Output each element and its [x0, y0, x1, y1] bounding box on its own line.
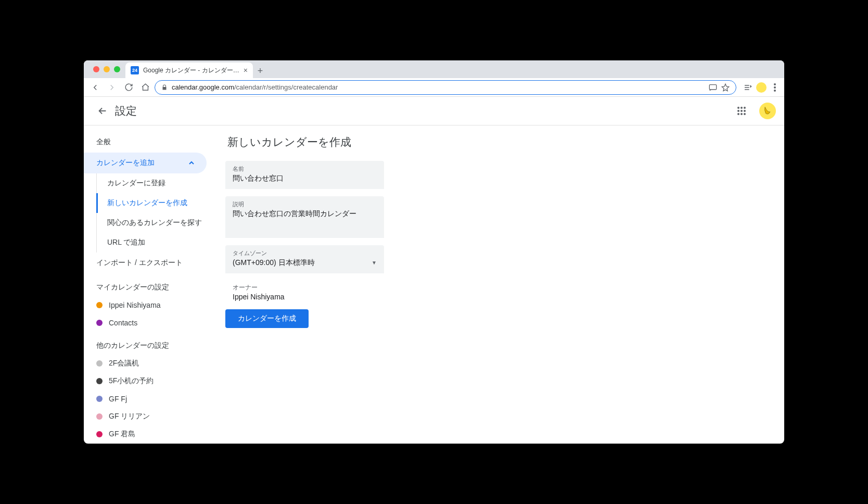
form-heading: 新しいカレンダーを作成	[225, 135, 569, 149]
apps-grid-icon[interactable]	[731, 100, 752, 121]
timezone-select[interactable]: タイムゾーン (GMT+09:00) 日本標準時 ▼	[225, 245, 384, 273]
browser-tab[interactable]: 24 Google カレンダー - カレンダー… ×	[125, 62, 253, 78]
calendar-color-dot	[96, 396, 103, 402]
svg-rect-0	[709, 84, 716, 89]
page-title: 設定	[115, 104, 137, 118]
calendar-item[interactable]: GF リリアン	[84, 408, 217, 425]
tab-title: Google カレンダー - カレンダー…	[143, 66, 239, 75]
extension-area	[738, 82, 780, 93]
close-window-button[interactable]	[93, 66, 99, 72]
calendar-item-label: GF リリアン	[109, 412, 150, 421]
svg-point-2	[774, 86, 776, 89]
calendar-color-dot	[96, 378, 103, 384]
chevron-up-icon	[189, 160, 194, 166]
browser-toolbar: calendar.google.com/calendar/r/settings/…	[84, 78, 784, 97]
settings-back-button[interactable]	[92, 100, 113, 121]
url-text: calendar.google.com/calendar/r/settings/…	[172, 83, 338, 91]
name-label: 名前	[233, 165, 377, 173]
create-calendar-button[interactable]: カレンダーを作成	[225, 309, 309, 328]
window-controls	[88, 60, 125, 78]
calendar-color-dot	[96, 320, 103, 326]
sidebar-item-general[interactable]: 全般	[84, 132, 207, 153]
calendar-color-dot	[96, 431, 103, 437]
calendar-item[interactable]: GF Fj	[84, 390, 217, 408]
minimize-window-button[interactable]	[104, 66, 110, 72]
svg-point-12	[744, 113, 746, 115]
calendar-item-label: 2F会議机	[109, 359, 139, 368]
my-calendars-header: マイカレンダーの設定	[84, 273, 217, 296]
svg-point-11	[741, 113, 743, 115]
sidebar-item-subscribe[interactable]: カレンダーに登録	[97, 173, 217, 193]
calendar-item[interactable]: 5F小机の予約	[84, 372, 217, 390]
settings-sidebar: 全般 カレンダーを追加 カレンダーに登録 新しいカレンダーを作成 関心のあるカレ…	[84, 125, 217, 444]
app-header: 設定	[84, 97, 784, 125]
calendar-item-label: Ippei Nishiyama	[109, 301, 161, 309]
name-field[interactable]: 名前 問い合わせ窓口	[225, 161, 384, 189]
main-content: 新しいカレンダーを作成 名前 問い合わせ窓口 説明 問い合わせ窓口の営業時間カレ…	[217, 125, 784, 444]
home-button[interactable]	[138, 80, 152, 95]
browser-tab-bar: 24 Google カレンダー - カレンダー… × +	[84, 60, 784, 78]
other-calendars-header: 他のカレンダーの設定	[84, 332, 217, 355]
extension-icon[interactable]	[743, 82, 753, 93]
chevron-down-icon: ▼	[372, 260, 377, 268]
svg-point-4	[737, 107, 739, 109]
calendar-color-dot	[96, 360, 103, 367]
sidebar-item-label: カレンダーを追加	[96, 158, 155, 168]
back-button[interactable]	[88, 80, 103, 95]
address-bar[interactable]: calendar.google.com/calendar/r/settings/…	[155, 80, 736, 95]
svg-point-6	[744, 107, 746, 109]
description-label: 説明	[233, 200, 377, 208]
sidebar-item-create-calendar[interactable]: 新しいカレンダーを作成	[96, 193, 217, 213]
svg-point-5	[741, 107, 743, 109]
svg-point-1	[774, 83, 776, 85]
calendar-item[interactable]: GF 君島	[84, 425, 217, 443]
calendar-item[interactable]: Contacts	[84, 314, 217, 332]
cast-icon[interactable]	[709, 84, 717, 91]
calendar-item[interactable]: 2F会議机	[84, 355, 217, 372]
calendar-item-label: 5F小机の予約	[109, 376, 154, 386]
sidebar-item-add-calendar[interactable]: カレンダーを追加	[84, 153, 207, 173]
maximize-window-button[interactable]	[114, 66, 120, 72]
forward-button[interactable]	[105, 80, 119, 95]
tab-favicon: 24	[131, 66, 139, 74]
calendar-item[interactable]: Ippei Nishiyama	[84, 296, 217, 314]
svg-point-8	[741, 110, 743, 112]
timezone-label: タイムゾーン	[233, 249, 315, 257]
description-field[interactable]: 説明 問い合わせ窓口の営業時間カレンダー	[225, 196, 384, 238]
owner-label: オーナー	[233, 284, 567, 292]
description-value: 問い合わせ窓口の営業時間カレンダー	[233, 209, 377, 219]
reload-button[interactable]	[121, 80, 136, 95]
calendar-color-dot	[96, 302, 103, 308]
calendar-item-label: GF 君島	[109, 430, 135, 439]
owner-field: オーナー Ippei Nishiyama	[225, 281, 569, 309]
sidebar-item-browse[interactable]: 関心のあるカレンダーを探す	[97, 213, 217, 233]
new-tab-button[interactable]: +	[253, 64, 267, 78]
calendar-item-label: Contacts	[109, 319, 137, 327]
browser-menu-icon[interactable]	[770, 82, 780, 93]
svg-point-7	[737, 110, 739, 112]
add-calendar-submenu: カレンダーに登録 新しいカレンダーを作成 関心のあるカレンダーを探す URL で…	[96, 173, 217, 253]
svg-point-9	[744, 110, 746, 112]
svg-point-3	[774, 90, 776, 92]
name-value: 問い合わせ窓口	[233, 174, 377, 183]
sidebar-item-url[interactable]: URL で追加	[97, 233, 217, 253]
user-avatar[interactable]	[759, 103, 776, 119]
profile-extension-icon[interactable]	[756, 82, 767, 93]
lock-icon	[161, 84, 168, 91]
owner-value: Ippei Nishiyama	[233, 293, 567, 301]
sidebar-item-import-export[interactable]: インポート / エクスポート	[84, 253, 207, 273]
calendar-color-dot	[96, 413, 103, 420]
calendar-item-label: GF Fj	[109, 395, 127, 403]
timezone-value: (GMT+09:00) 日本標準時	[233, 258, 315, 268]
bookmark-star-icon[interactable]	[721, 83, 730, 92]
close-tab-icon[interactable]: ×	[244, 66, 248, 74]
svg-point-10	[737, 113, 739, 115]
